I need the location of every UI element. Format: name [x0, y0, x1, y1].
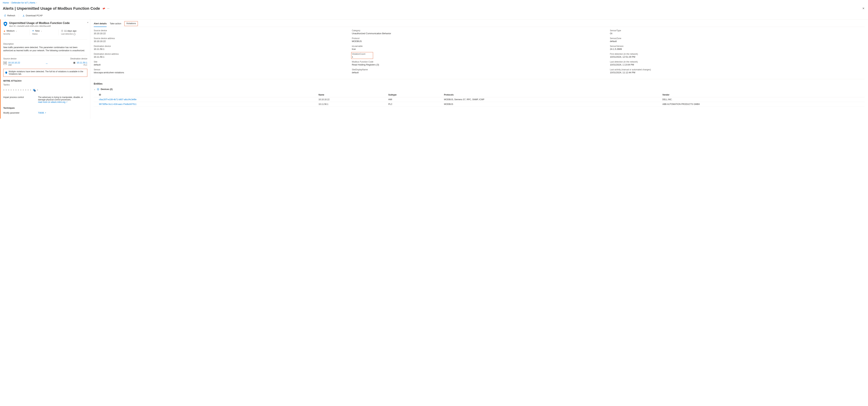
severity-label: Severity: [3, 33, 27, 35]
detail-key: Source device: [94, 29, 348, 32]
detail-key: Sensor: [94, 68, 348, 71]
entities-group-toggle[interactable]: ⌄ Devices (2): [94, 87, 865, 92]
detail-value: 10.11.50.1: [94, 48, 348, 50]
detail-value: default: [94, 63, 348, 66]
detail-key: SiteDisplayName: [352, 68, 607, 71]
entity-id-link[interactable]: 96730f5e-3cc1-41fd-aacc-f7edbcb57511: [94, 102, 317, 106]
detail-key: Source device address: [94, 37, 348, 40]
breadcrumb-mid[interactable]: Defender for IoT | Alerts: [11, 1, 35, 4]
download-pcap-button[interactable]: Download PCAP: [21, 13, 44, 18]
entity-subtype: HMI: [387, 97, 443, 102]
detail-item: SensorTypeOt: [610, 29, 865, 35]
detail-key: Category: [352, 29, 607, 32]
svg-text:!: !: [5, 23, 6, 25]
pin-icon[interactable]: 📌: [101, 6, 105, 10]
download-icon: [22, 14, 25, 17]
mitre-read-more-link[interactable]: read more on attack.mitre.org ↗: [38, 101, 67, 103]
col-vendor[interactable]: Vendor: [661, 93, 865, 97]
tactic-dot-active[interactable]: [32, 88, 36, 92]
destination-device: ▦ 10.11.50.1 PLC: [73, 61, 87, 66]
detail-item: Sensoridoscapa-amitcohen-violations: [94, 68, 348, 74]
col-name[interactable]: Name: [317, 93, 387, 97]
detail-value: Ot: [610, 32, 865, 35]
col-id[interactable]: ID: [94, 93, 317, 97]
detail-key: Protocol: [352, 37, 607, 40]
collapse-button[interactable]: «: [87, 21, 88, 24]
tactic-dot: [25, 89, 26, 91]
description-section: Description New traffic parameters were …: [1, 41, 90, 54]
tab-violations[interactable]: Violations: [124, 21, 138, 26]
device-flow: ⌨ 10.10.10.22 HMI → ▦ 10.11.50.1 PLC: [1, 61, 90, 68]
detail-value: Read Holding Registers (3): [352, 63, 607, 66]
shield-icon: !: [3, 22, 7, 26]
alert-title: Unpermitted Usage of Modbus Function Cod…: [9, 22, 70, 25]
refresh-button[interactable]: Refresh: [3, 13, 16, 18]
status-label: Status: [32, 33, 56, 35]
tab-take-action[interactable]: Take action: [110, 21, 121, 27]
source-device-link[interactable]: 10.10.10.22: [8, 61, 20, 64]
breadcrumb-home[interactable]: Home: [3, 1, 9, 4]
last-detection-label: Last detection i: [61, 33, 85, 35]
detail-value: Unauthorized Communication Behavior: [352, 32, 607, 35]
status-spinner-icon: ✦: [32, 30, 34, 32]
divider: [3, 39, 87, 40]
tactic-dot: [3, 89, 4, 91]
detail-value: 10.10.10.22: [94, 32, 348, 35]
last-detection-value: 11 days ago: [61, 30, 85, 32]
techniques-label: Techniques: [1, 104, 90, 110]
col-protocols[interactable]: Protocols: [442, 93, 661, 97]
destination-device-type: PLC: [77, 64, 87, 66]
severity-dropdown[interactable]: ▲ Medium ⌄: [3, 30, 27, 32]
detail-item: Last activity (manual or automated chang…: [610, 68, 865, 74]
detail-value: true: [352, 48, 607, 50]
close-button[interactable]: ✕: [862, 6, 865, 11]
info-icon[interactable]: i: [73, 33, 75, 35]
entity-protocols: MODBUS: [442, 102, 661, 106]
detail-item: Destination device10.11.50.1: [94, 45, 348, 50]
detail-value: default: [610, 40, 865, 42]
detail-value: idoscapa-amitcohen-violations: [94, 71, 348, 74]
table-row[interactable]: c6ac287f-e108-4b71-b807-a6ccf4c3ef8e10.1…: [94, 97, 865, 102]
entities-header: Entities: [94, 79, 865, 87]
clock-icon: [61, 30, 63, 32]
entity-vendor: DELL INC.: [661, 97, 865, 102]
detail-key: isLearnable: [352, 45, 607, 48]
detail-key: ViolationCount: [352, 53, 365, 55]
chevron-down-icon: ⌄: [41, 30, 42, 32]
col-subtype[interactable]: Subtype: [387, 93, 443, 97]
detail-item: SiteDisplayNamedefault: [352, 68, 607, 74]
alert-summary-pane: ! Unpermitted Usage of Modbus Function C…: [0, 20, 90, 119]
source-device: ⌨ 10.10.10.22 HMI: [3, 61, 20, 66]
detail-key: Destination device address: [94, 53, 348, 55]
chevron-down-icon: ⌄: [16, 30, 17, 32]
tab-alert-details[interactable]: Alert details: [94, 21, 106, 27]
detail-key: Last activity (manual or automated chang…: [610, 68, 865, 71]
device-icon: [97, 88, 99, 91]
page-title: Alerts | Unpermitted Usage of Modbus Fun…: [3, 6, 100, 11]
mitre-header: MITRE ATT&CK®: [1, 78, 90, 83]
destination-device-label: Destination device: [70, 58, 87, 60]
tactic-dot: [28, 89, 29, 91]
detail-key: Site: [94, 61, 348, 63]
tactic-dot: [23, 89, 24, 91]
destination-device-link[interactable]: 10.11.50.1: [77, 61, 87, 64]
detail-item: Last detection (in the network)10/31/202…: [610, 61, 865, 66]
entity-id-link[interactable]: c6ac287f-e108-4b71-b807-a6ccf4c3ef8e: [94, 97, 317, 102]
detail-value: 10/31/2024, 1:13:04 PM: [610, 63, 865, 66]
technique-link[interactable]: T0836 ↗: [38, 112, 46, 114]
tactic-dot: [30, 89, 31, 91]
tactic-dot: [10, 89, 12, 91]
detail-value: 1: [352, 56, 365, 58]
source-device-type: HMI: [8, 64, 20, 66]
more-icon[interactable]: ⋯: [107, 7, 110, 10]
entity-name: 10.10.10.22: [317, 97, 387, 102]
detail-value: 24.1.5.3689: [610, 48, 865, 50]
tactic-dot: [18, 89, 19, 91]
shield-small-icon: [5, 71, 7, 74]
detail-key: Destination device: [94, 45, 348, 48]
chevron-right-icon: ›: [36, 2, 37, 4]
toolbar: Refresh Download PCAP: [0, 12, 868, 20]
table-row[interactable]: 96730f5e-3cc1-41fd-aacc-f7edbcb5751110.1…: [94, 102, 865, 106]
description-label: Description: [3, 43, 87, 45]
status-dropdown[interactable]: ✦ New ⌄: [32, 30, 56, 32]
